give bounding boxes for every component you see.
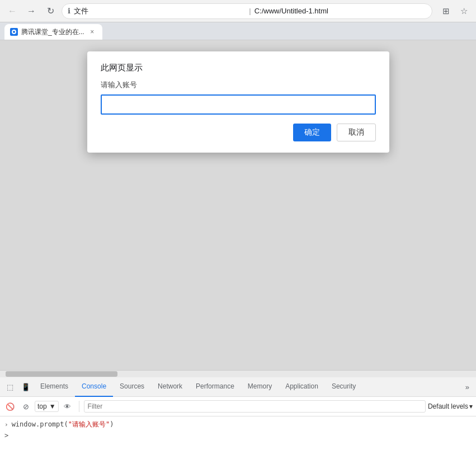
context-label: top xyxy=(37,402,47,410)
tab-application[interactable]: Application xyxy=(279,377,325,397)
dialog-prompt-label: 请输入账号 xyxy=(101,80,376,90)
tab-network-label: Network xyxy=(158,382,182,390)
translate-button[interactable]: ⊞ xyxy=(438,3,454,19)
bookmark-icon: ☆ xyxy=(460,6,468,16)
confirm-button[interactable]: 确定 xyxy=(293,124,331,141)
back-icon: ← xyxy=(8,6,17,16)
console-prompt-line: > xyxy=(4,430,472,440)
console-filter-toggle[interactable]: ⊘ xyxy=(19,400,32,413)
prompt-dialog: 此网页显示 请输入账号 确定 取消 xyxy=(87,51,389,153)
browser-chrome: ← → ↻ ℹ 文件 | C:/www/Untitled-1.html ⊞ ☆ xyxy=(0,0,476,22)
tab-memory[interactable]: Memory xyxy=(241,377,279,397)
forward-button[interactable]: → xyxy=(23,3,39,19)
tab-favicon-inner xyxy=(12,30,16,34)
dialog-title: 此网页显示 xyxy=(101,63,376,73)
filter-icon: ⊘ xyxy=(23,402,29,411)
console-context-select[interactable]: top ▼ xyxy=(35,401,59,412)
dialog-buttons: 确定 取消 xyxy=(101,124,376,141)
cancel-button[interactable]: 取消 xyxy=(337,124,376,141)
address-separator: | xyxy=(249,7,251,15)
tab-favicon xyxy=(10,28,18,36)
dialog-overlay: 此网页显示 请输入账号 确定 取消 xyxy=(0,40,476,391)
address-file-label: 文件 xyxy=(74,6,246,16)
context-dropdown-icon: ▼ xyxy=(49,402,56,410)
console-line-1: › window.prompt("请输入账号") xyxy=(4,419,472,430)
devtools-more-tabs[interactable]: » xyxy=(461,383,474,391)
devtools-output: › window.prompt("请输入账号") > xyxy=(0,416,476,450)
console-filter-input[interactable] xyxy=(84,400,426,413)
clear-icon: 🚫 xyxy=(6,402,15,411)
tab-sources-label: Sources xyxy=(120,382,144,390)
translate-icon: ⊞ xyxy=(442,6,450,16)
forward-icon: → xyxy=(27,6,36,16)
console-clear-button[interactable]: 🚫 xyxy=(3,400,17,413)
tab-sources[interactable]: Sources xyxy=(113,377,151,397)
devtools-scrollbar-thumb xyxy=(6,371,117,377)
toolbar-icons: ⊞ ☆ xyxy=(438,3,472,19)
address-url: C:/www/Untitled-1.html xyxy=(255,7,426,15)
inspect-icon: ⬚ xyxy=(7,383,13,391)
code-prefix: window.prompt( xyxy=(12,420,68,428)
active-tab[interactable]: 腾讯课堂_专业的在... × xyxy=(4,24,102,40)
tab-performance[interactable]: Performance xyxy=(189,377,241,397)
devtools-console-bar: 🚫 ⊘ top ▼ 👁 Default levels ▾ xyxy=(0,397,476,416)
devtools-inspect-button[interactable]: ⬚ xyxy=(2,379,18,395)
tab-performance-label: Performance xyxy=(196,382,234,390)
devtools-scrollbar[interactable] xyxy=(0,371,476,377)
tab-bar: 腾讯课堂_专业的在... × xyxy=(0,22,476,40)
tab-application-label: Application xyxy=(285,382,318,390)
tab-close-button[interactable]: × xyxy=(88,27,97,36)
console-levels-arrow: ▾ xyxy=(469,402,473,410)
tab-security-label: Security xyxy=(332,382,356,390)
console-arrow-1: › xyxy=(4,421,8,428)
code-suffix: ) xyxy=(110,420,114,428)
console-divider xyxy=(79,401,79,412)
code-string: "请输入账号" xyxy=(68,420,110,428)
tab-console[interactable]: Console xyxy=(75,377,113,397)
info-icon: ℹ xyxy=(68,7,70,15)
tab-security[interactable]: Security xyxy=(325,377,362,397)
devtools-tabs: ⬚ 📱 Elements Console Sources Network Per… xyxy=(0,377,476,397)
tab-elements-label: Elements xyxy=(40,382,68,390)
refresh-icon: ↻ xyxy=(47,6,54,16)
tab-network[interactable]: Network xyxy=(151,377,189,397)
tab-label: 腾讯课堂_专业的在... xyxy=(21,27,84,37)
refresh-button[interactable]: ↻ xyxy=(43,3,58,19)
address-bar[interactable]: ℹ 文件 | C:/www/Untitled-1.html xyxy=(62,3,432,19)
page-content: 此网页显示 请输入账号 确定 取消 xyxy=(0,40,476,391)
tab-elements[interactable]: Elements xyxy=(34,377,75,397)
eye-icon: 👁 xyxy=(64,402,71,411)
console-eye-button[interactable]: 👁 xyxy=(61,400,74,413)
tab-console-label: Console xyxy=(82,382,106,390)
device-icon: 📱 xyxy=(21,383,30,391)
bookmark-button[interactable]: ☆ xyxy=(456,3,472,19)
devtools-panel: ⬚ 📱 Elements Console Sources Network Per… xyxy=(0,370,476,450)
dialog-input[interactable] xyxy=(101,94,376,115)
console-levels-label: Default levels xyxy=(428,402,468,410)
devtools-device-button[interactable]: 📱 xyxy=(18,379,34,395)
back-button[interactable]: ← xyxy=(4,3,20,19)
console-gt: > xyxy=(4,432,8,439)
console-code-1: window.prompt("请输入账号") xyxy=(12,420,114,429)
console-levels-select[interactable]: Default levels ▾ xyxy=(428,402,473,410)
tab-memory-label: Memory xyxy=(248,382,272,390)
